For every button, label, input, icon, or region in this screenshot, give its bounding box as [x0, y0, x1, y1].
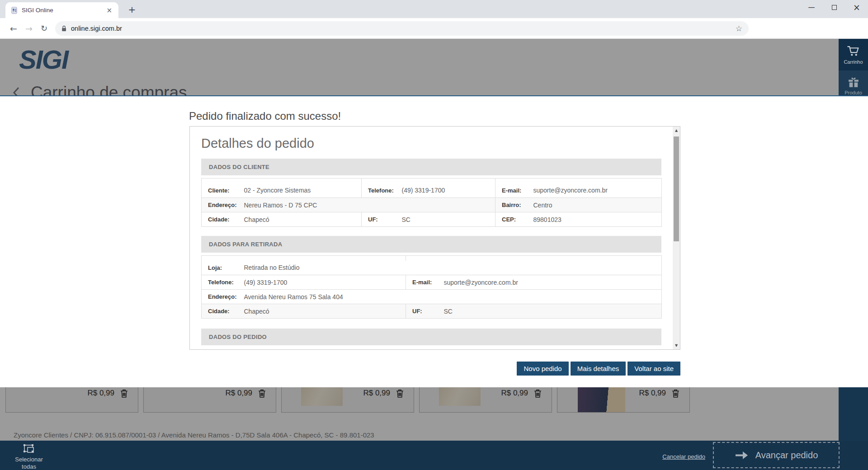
tab-close-icon[interactable]: × — [104, 6, 114, 14]
select-all-label-line2: todas — [13, 463, 45, 470]
field-label: Endereço: — [202, 198, 242, 212]
field-label: UF: — [406, 304, 442, 319]
table-row: Cliente: 02 - Zyoncore Sistemas Telefone… — [202, 183, 662, 198]
order-details-panel: Detalhes do pedido DADOS DO CLIENTE Clie… — [189, 126, 680, 350]
modal-buttons: Novo pedido Mais detalhes Voltar ao site — [517, 362, 680, 376]
browser-window: SIGI Online × + — × ← → ↻ online.sigi.co… — [0, 0, 868, 470]
back-icon[interactable]: ← — [10, 24, 17, 33]
client-data-table: Cliente: 02 - Zyoncore Sistemas Telefone… — [201, 178, 662, 227]
maximize-icon — [832, 5, 837, 10]
field-value: Centro — [532, 198, 662, 212]
field-label: CEP: — [495, 212, 532, 227]
window-maximize-button[interactable] — [823, 0, 845, 14]
new-tab-button[interactable]: + — [126, 4, 138, 16]
table-row: Loja: Retirada no Estúdio — [202, 261, 662, 275]
scroll-down-icon[interactable]: ▼ — [673, 343, 680, 348]
field-label: UF: — [362, 212, 400, 227]
table-row: Endereço: Avenida Nereu Ramos 75 Sala 40… — [202, 290, 662, 304]
trash-icon[interactable] — [672, 389, 679, 398]
field-value: SC — [442, 304, 662, 319]
sidebar-label: Carrinho — [844, 59, 863, 65]
trash-icon[interactable] — [120, 389, 128, 398]
panel-scrollbar[interactable]: ▲ ▼ — [673, 127, 680, 349]
bookmark-star-icon[interactable]: ☆ — [736, 24, 742, 33]
table-row: Telefone: (49) 3319-1700 E-mail: suporte… — [202, 275, 662, 290]
back-to-site-button[interactable]: Voltar ao site — [627, 362, 680, 376]
cancel-order-link[interactable]: Cancelar pedido — [662, 453, 705, 460]
address-bar[interactable]: online.sigi.com.br ☆ — [55, 21, 749, 36]
field-label: Endereço: — [202, 290, 242, 304]
field-label: Bairro: — [495, 198, 532, 212]
trash-icon[interactable] — [534, 389, 542, 398]
select-all-icon — [22, 443, 36, 454]
order-success-modal: Pedido finalizado com sucesso! Detalhes … — [0, 95, 868, 387]
bottom-action-bar: Selecionar todas Cancelar pedido Avançar… — [0, 441, 868, 470]
browser-tab[interactable]: SIGI Online × — [5, 2, 118, 18]
section-header-pickup: DADOS PARA RETIRADA — [201, 236, 661, 253]
section-header-client: DADOS DO CLIENTE — [201, 159, 661, 175]
field-value: Avenida Nereu Ramos 75 Sala 404 — [242, 290, 662, 304]
forward-icon[interactable]: → — [25, 24, 33, 33]
table-row: Cidade: Chapecó UF: SC CEP: 89801023 — [202, 212, 662, 227]
select-all-button[interactable]: Selecionar todas — [13, 443, 45, 470]
cart-icon — [847, 45, 860, 57]
item-price: R$ 0,99 — [363, 389, 390, 398]
field-value: Chapecó — [242, 304, 406, 319]
field-value: 89801023 — [532, 212, 662, 227]
field-label: E-mail: — [495, 183, 532, 198]
field-label: Cliente: — [202, 183, 242, 198]
gift-icon — [848, 77, 859, 88]
window-controls: — × — [800, 0, 868, 14]
item-price: R$ 0,99 — [87, 389, 114, 398]
field-value: suporte@zyoncore.com.br — [532, 183, 662, 198]
field-value: Retirada no Estúdio — [242, 261, 662, 275]
scroll-up-icon[interactable]: ▲ — [673, 128, 680, 132]
field-value: suporte@zyoncore.com.br — [442, 275, 662, 290]
trash-icon[interactable] — [258, 389, 266, 398]
scrollbar-thumb[interactable] — [674, 136, 679, 241]
item-price: R$ 0,99 — [639, 389, 666, 398]
advance-order-label: Avançar pedido — [755, 450, 818, 461]
field-label: Telefone: — [362, 183, 400, 198]
advance-order-button[interactable]: Avançar pedido — [713, 442, 840, 468]
trash-icon[interactable] — [396, 389, 404, 398]
section-header-order: DADOS DO PEDIDO — [201, 329, 661, 345]
field-value: 02 - Zyoncore Sistemas — [242, 183, 362, 198]
reload-icon[interactable]: ↻ — [41, 24, 47, 33]
tab-strip: SIGI Online × + — × — [0, 0, 868, 18]
new-order-button[interactable]: Novo pedido — [517, 362, 568, 376]
field-label: Telefone: — [202, 275, 242, 290]
tab-title: SIGI Online — [22, 7, 104, 14]
field-label: Cidade: — [202, 304, 242, 319]
item-price: R$ 0,99 — [501, 389, 528, 398]
field-value: SC — [400, 212, 495, 227]
window-close-button[interactable]: × — [845, 0, 868, 14]
field-value: (49) 3319-1700 — [242, 275, 406, 290]
url-text[interactable]: online.sigi.com.br — [71, 25, 736, 32]
company-footer-info: Zyoncore Clientes / CNPJ: 06.915.087/000… — [14, 431, 374, 439]
item-price: R$ 0,99 — [225, 389, 252, 398]
select-all-label-line1: Selecionar — [13, 456, 45, 463]
field-value: Chapecó — [242, 212, 362, 227]
sigi-logo: SIGI — [19, 44, 68, 75]
sidebar-item-carrinho[interactable]: Carrinho — [839, 39, 868, 70]
modal-title: Pedido finalizado com sucesso! — [189, 110, 341, 122]
table-row: Cidade: Chapecó UF: SC — [202, 304, 662, 319]
more-details-button[interactable]: Mais detalhes — [571, 362, 626, 376]
field-label: Loja: — [202, 261, 242, 275]
table-row: Endereço: Nereu Ramos - D 75 CPC Bairro:… — [202, 198, 662, 212]
pickup-data-table: Loja: Retirada no Estúdio Telefone: (49)… — [201, 255, 662, 319]
field-label: E-mail: — [406, 275, 442, 290]
sidebar-label: Produto — [844, 90, 862, 95]
product-image — [439, 387, 481, 406]
field-label: Cidade: — [202, 212, 242, 227]
product-image — [578, 387, 625, 412]
product-image — [301, 387, 343, 406]
details-heading: Detalhes do pedido — [201, 136, 661, 151]
field-value: Nereu Ramos - D 75 CPC — [242, 198, 495, 212]
window-minimize-button[interactable]: — — [800, 0, 823, 14]
field-value: (49) 3319-1700 — [400, 183, 495, 198]
arrow-right-icon — [735, 451, 748, 459]
sigi-favicon — [11, 7, 18, 14]
order-details-content: Detalhes do pedido DADOS DO CLIENTE Clie… — [190, 127, 673, 349]
